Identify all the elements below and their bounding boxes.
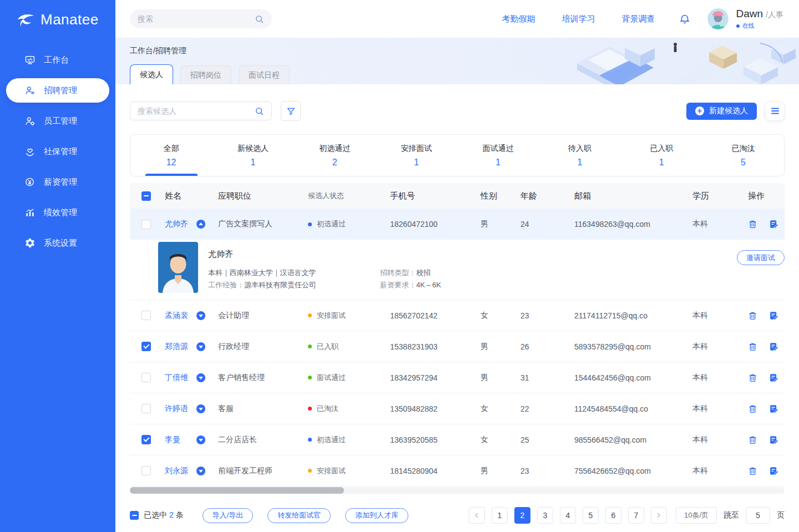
delete-icon[interactable] <box>748 342 757 352</box>
table-row[interactable]: 许婷语客服已淘汰13509482882女2211245484554@qq.co本… <box>130 393 785 424</box>
page-button-7[interactable]: 7 <box>628 507 644 524</box>
tab-interviews[interactable]: 面试日程 <box>239 65 290 84</box>
delete-icon[interactable] <box>748 404 757 414</box>
table-row[interactable]: 刘永源前端开发工程师安排面试18145280904男237556426652@q… <box>130 455 785 487</box>
global-search-input[interactable] <box>138 14 243 23</box>
delete-icon[interactable] <box>748 219 757 229</box>
bulk-action-button[interactable]: 导入/导出 <box>203 508 254 523</box>
topbar-link-training[interactable]: 培训学习 <box>562 14 595 24</box>
jump-to-input[interactable] <box>746 507 770 524</box>
sidebar-item-salary[interactable]: 薪资管理 <box>6 170 109 194</box>
candidate-name-link[interactable]: 丁倍维 <box>165 373 196 383</box>
invite-interview-button[interactable]: 邀请面试 <box>737 250 785 265</box>
avatar[interactable] <box>707 8 729 29</box>
prev-page-button[interactable] <box>469 507 485 524</box>
row-checkbox[interactable] <box>141 342 151 351</box>
expand-icon[interactable] <box>196 342 205 351</box>
delete-icon[interactable] <box>748 311 757 321</box>
edit-icon[interactable] <box>769 311 778 321</box>
table-row[interactable]: 李曼二分店店长初选通过13639520585女25985566452@qq.co… <box>130 424 785 455</box>
select-all-checkbox[interactable] <box>141 191 151 201</box>
candidate-name-link[interactable]: 李曼 <box>165 435 196 445</box>
edit-icon[interactable] <box>769 219 778 229</box>
search-icon[interactable] <box>255 14 264 24</box>
expand-icon[interactable] <box>196 404 205 413</box>
expand-icon[interactable] <box>196 467 205 475</box>
sidebar-item-employees[interactable]: 员工管理 <box>6 109 109 133</box>
status-tab[interactable]: 安排面试1 <box>376 135 457 176</box>
page-size-select[interactable]: 10条/页 <box>676 507 717 524</box>
expand-icon[interactable] <box>196 311 205 320</box>
page-button-6[interactable]: 6 <box>605 507 621 524</box>
edit-icon[interactable] <box>769 373 778 383</box>
sidebar-item-recruitment[interactable]: 招聘管理 <box>6 78 109 103</box>
candidate-name-link[interactable]: 郑浩源 <box>165 342 196 352</box>
delete-icon[interactable] <box>748 373 757 383</box>
notification-bell-icon[interactable] <box>679 13 691 25</box>
row-checkbox[interactable] <box>141 435 151 444</box>
delete-icon[interactable] <box>748 435 757 445</box>
sidebar-item-workbench[interactable]: 工作台 <box>6 48 109 72</box>
table-row[interactable]: 尤帅齐广告文案撰写人初选通过18260472100男241163498263@q… <box>130 209 785 240</box>
status-tab[interactable]: 面试通过1 <box>457 135 539 176</box>
bulk-action-button[interactable]: 转发给面试官 <box>267 508 331 523</box>
page-button-1[interactable]: 1 <box>492 507 508 524</box>
brand-name: Manatee <box>41 11 99 28</box>
candidate-name-link[interactable]: 许婷语 <box>165 404 196 414</box>
sidebar-item-performance[interactable]: 绩效管理 <box>6 200 109 225</box>
page-button-2[interactable]: 2 <box>514 507 530 524</box>
candidate-name-link[interactable]: 孟涵裴 <box>165 311 196 321</box>
status-tab[interactable]: 新候选人1 <box>212 135 294 176</box>
horizontal-scrollbar-thumb[interactable] <box>130 487 344 494</box>
row-checkbox[interactable] <box>141 373 151 382</box>
table-row[interactable]: 孟涵裴会计助理安排面试18562702142女2321174112715@qq.… <box>130 300 785 331</box>
edit-icon[interactable] <box>769 342 778 352</box>
email-cell: 1544642456@qq.com <box>574 373 692 382</box>
page-button-5[interactable]: 5 <box>583 507 599 524</box>
candidate-name-link[interactable]: 刘永源 <box>165 466 196 476</box>
topbar-link-background-check[interactable]: 背景调查 <box>622 14 655 24</box>
expand-icon[interactable] <box>196 435 205 444</box>
sidebar-item-insurance[interactable]: 社保管理 <box>6 139 109 164</box>
expand-icon[interactable] <box>196 373 205 382</box>
header-status: 候选人状态 <box>308 191 390 201</box>
global-search[interactable] <box>130 9 272 28</box>
selection-checkbox[interactable] <box>130 511 139 520</box>
row-checkbox[interactable] <box>141 311 151 320</box>
status-tab[interactable]: 已淘汰5 <box>702 135 784 176</box>
candidate-search[interactable] <box>130 102 272 120</box>
edit-icon[interactable] <box>769 466 778 476</box>
table-row[interactable]: 丁倍维客户销售经理面试通过18342957294男311544642456@qq… <box>130 362 785 393</box>
collapse-icon[interactable] <box>196 220 205 229</box>
topbar-links: 考勤假期培训学习背景调查 <box>502 14 655 24</box>
edit-icon[interactable] <box>769 435 778 445</box>
horizontal-scrollbar[interactable] <box>130 487 785 494</box>
bulk-action-button[interactable]: 添加到人才库 <box>345 508 408 523</box>
next-page-button[interactable] <box>651 507 667 524</box>
status-tab[interactable]: 已入职1 <box>621 135 702 176</box>
candidate-search-input[interactable] <box>138 107 243 115</box>
tab-candidates[interactable]: 候选人 <box>130 64 173 84</box>
actions-cell <box>748 342 785 352</box>
topbar-link-attendance-leave[interactable]: 考勤假期 <box>502 14 535 24</box>
user-menu[interactable]: Dawn /人事 在线 <box>707 8 783 30</box>
page-button-3[interactable]: 3 <box>537 507 553 524</box>
education-cell: 本科 <box>692 373 748 383</box>
row-checkbox[interactable] <box>141 220 151 229</box>
status-tab[interactable]: 全部12 <box>130 135 212 176</box>
tab-positions[interactable]: 招聘岗位 <box>180 65 231 84</box>
search-icon[interactable] <box>255 107 264 116</box>
create-candidate-button[interactable]: 新建候选人 <box>686 103 757 120</box>
status-tab[interactable]: 待入职1 <box>539 135 620 176</box>
status-tab[interactable]: 初选通过2 <box>294 135 376 176</box>
row-checkbox[interactable] <box>141 466 151 475</box>
list-settings-button[interactable] <box>765 102 785 121</box>
delete-icon[interactable] <box>748 466 757 476</box>
filter-button[interactable] <box>281 101 301 121</box>
table-row[interactable]: 郑浩源行政经理已入职15388231903男265893578295@qq.co… <box>130 331 785 362</box>
sidebar-item-settings[interactable]: 系统设置 <box>6 231 109 255</box>
edit-icon[interactable] <box>769 404 778 414</box>
page-button-4[interactable]: 4 <box>560 507 576 524</box>
row-checkbox[interactable] <box>141 404 151 413</box>
candidate-name-link[interactable]: 尤帅齐 <box>165 219 196 229</box>
